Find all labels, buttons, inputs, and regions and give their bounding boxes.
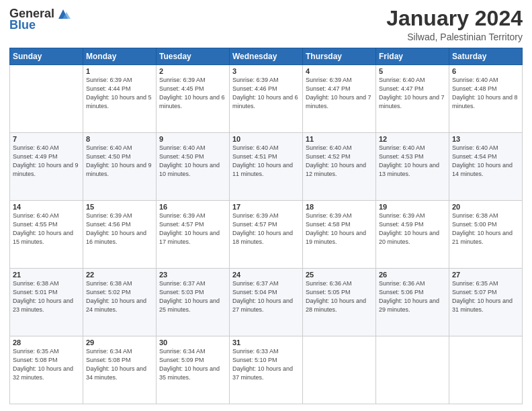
day-info: Sunrise: 6:39 AMSunset: 4:57 PMDaylight:… [232, 212, 300, 246]
day-number: 30 [159, 338, 226, 347]
logo: General Blue [9, 7, 71, 32]
calendar-cell: 12Sunrise: 6:40 AMSunset: 4:53 PMDayligh… [376, 133, 449, 201]
day-number: 4 [306, 67, 373, 75]
day-number: 24 [232, 271, 300, 279]
calendar-cell: 21Sunrise: 6:38 AMSunset: 5:01 PMDayligh… [10, 269, 83, 336]
calendar-cell: 8Sunrise: 6:40 AMSunset: 4:50 PMDaylight… [83, 133, 157, 201]
day-number: 16 [159, 203, 226, 211]
calendar-cell: 5Sunrise: 6:40 AMSunset: 4:47 PMDaylight… [376, 65, 449, 133]
day-info: Sunrise: 6:37 AMSunset: 5:03 PMDaylight:… [159, 279, 226, 314]
day-info: Sunrise: 6:39 AMSunset: 4:59 PMDaylight:… [379, 212, 446, 246]
weekday-header-friday: Friday [376, 48, 449, 65]
day-number: 10 [232, 135, 300, 143]
day-number: 17 [232, 203, 300, 211]
day-number: 12 [379, 135, 446, 143]
day-number: 21 [13, 271, 80, 279]
day-number: 8 [86, 135, 153, 143]
calendar-week-3: 14Sunrise: 6:40 AMSunset: 4:55 PMDayligh… [10, 201, 523, 269]
calendar-week-1: 1Sunrise: 6:39 AMSunset: 4:44 PMDaylight… [10, 65, 523, 133]
weekday-header-monday: Monday [83, 48, 157, 65]
day-number: 29 [86, 338, 153, 347]
day-number: 15 [86, 203, 153, 211]
day-info: Sunrise: 6:38 AMSunset: 5:01 PMDaylight:… [13, 279, 80, 314]
calendar-cell: 2Sunrise: 6:39 AMSunset: 4:45 PMDaylight… [157, 65, 230, 133]
calendar-table: SundayMondayTuesdayWednesdayThursdayFrid… [9, 48, 523, 404]
calendar-cell: 15Sunrise: 6:39 AMSunset: 4:56 PMDayligh… [83, 201, 157, 269]
calendar-cell: 1Sunrise: 6:39 AMSunset: 4:44 PMDaylight… [83, 65, 157, 133]
day-number: 2 [159, 67, 226, 75]
day-number: 25 [306, 271, 373, 279]
calendar-cell: 31Sunrise: 6:33 AMSunset: 5:10 PMDayligh… [230, 336, 303, 404]
day-info: Sunrise: 6:36 AMSunset: 5:05 PMDaylight:… [306, 279, 373, 314]
calendar-cell: 11Sunrise: 6:40 AMSunset: 4:52 PMDayligh… [303, 133, 376, 201]
calendar-cell: 7Sunrise: 6:40 AMSunset: 4:49 PMDaylight… [10, 133, 83, 201]
day-number: 27 [452, 271, 519, 279]
calendar-cell: 13Sunrise: 6:40 AMSunset: 4:54 PMDayligh… [449, 133, 523, 201]
weekday-header-saturday: Saturday [449, 48, 523, 65]
day-number: 22 [86, 271, 153, 279]
day-info: Sunrise: 6:40 AMSunset: 4:50 PMDaylight:… [159, 144, 226, 179]
day-number: 1 [86, 67, 153, 75]
weekday-header-wednesday: Wednesday [230, 48, 303, 65]
day-info: Sunrise: 6:33 AMSunset: 5:10 PMDaylight:… [232, 347, 300, 382]
day-info: Sunrise: 6:34 AMSunset: 5:09 PMDaylight:… [159, 347, 226, 382]
calendar-cell: 16Sunrise: 6:39 AMSunset: 4:57 PMDayligh… [157, 201, 230, 269]
calendar-cell: 19Sunrise: 6:39 AMSunset: 4:59 PMDayligh… [376, 201, 449, 269]
calendar-cell [303, 336, 376, 404]
calendar-cell: 17Sunrise: 6:39 AMSunset: 4:57 PMDayligh… [230, 201, 303, 269]
day-info: Sunrise: 6:35 AMSunset: 5:08 PMDaylight:… [13, 347, 80, 382]
weekday-header-thursday: Thursday [303, 48, 376, 65]
day-info: Sunrise: 6:39 AMSunset: 4:56 PMDaylight:… [86, 212, 153, 246]
calendar-cell: 30Sunrise: 6:34 AMSunset: 5:09 PMDayligh… [157, 336, 230, 404]
calendar-cell: 28Sunrise: 6:35 AMSunset: 5:08 PMDayligh… [10, 336, 83, 404]
calendar-week-4: 21Sunrise: 6:38 AMSunset: 5:01 PMDayligh… [10, 269, 523, 336]
calendar-cell: 6Sunrise: 6:40 AMSunset: 4:48 PMDaylight… [449, 65, 523, 133]
day-number: 6 [452, 67, 519, 75]
calendar-week-2: 7Sunrise: 6:40 AMSunset: 4:49 PMDaylight… [10, 133, 523, 201]
calendar-cell [376, 336, 449, 404]
calendar-cell: 14Sunrise: 6:40 AMSunset: 4:55 PMDayligh… [10, 201, 83, 269]
day-number: 31 [232, 338, 300, 347]
calendar-cell: 18Sunrise: 6:39 AMSunset: 4:58 PMDayligh… [303, 201, 376, 269]
calendar-cell: 29Sunrise: 6:34 AMSunset: 5:08 PMDayligh… [83, 336, 157, 404]
day-info: Sunrise: 6:39 AMSunset: 4:57 PMDaylight:… [159, 212, 226, 246]
day-number: 20 [452, 203, 519, 211]
day-info: Sunrise: 6:36 AMSunset: 5:06 PMDaylight:… [379, 279, 446, 314]
day-info: Sunrise: 6:39 AMSunset: 4:47 PMDaylight:… [306, 76, 373, 111]
calendar-cell: 10Sunrise: 6:40 AMSunset: 4:51 PMDayligh… [230, 133, 303, 201]
day-number: 3 [232, 67, 300, 75]
weekday-header-row: SundayMondayTuesdayWednesdayThursdayFrid… [10, 48, 523, 65]
day-info: Sunrise: 6:39 AMSunset: 4:45 PMDaylight:… [159, 76, 226, 111]
day-info: Sunrise: 6:35 AMSunset: 5:07 PMDaylight:… [452, 279, 519, 314]
day-info: Sunrise: 6:40 AMSunset: 4:55 PMDaylight:… [13, 212, 80, 246]
day-number: 23 [159, 271, 226, 279]
calendar-cell: 25Sunrise: 6:36 AMSunset: 5:05 PMDayligh… [303, 269, 376, 336]
day-number: 7 [13, 135, 80, 143]
day-number: 5 [379, 67, 446, 75]
day-number: 18 [306, 203, 373, 211]
calendar-cell: 27Sunrise: 6:35 AMSunset: 5:07 PMDayligh… [449, 269, 523, 336]
day-number: 28 [13, 338, 80, 347]
day-number: 9 [159, 135, 226, 143]
title-block: January 2024 Silwad, Palestinian Territo… [386, 7, 523, 42]
day-number: 11 [306, 135, 373, 143]
day-info: Sunrise: 6:38 AMSunset: 5:00 PMDaylight:… [452, 212, 519, 246]
calendar-cell: 20Sunrise: 6:38 AMSunset: 5:00 PMDayligh… [449, 201, 523, 269]
subtitle: Silwad, Palestinian Territory [386, 32, 523, 42]
day-number: 26 [379, 271, 446, 279]
weekday-header-tuesday: Tuesday [157, 48, 230, 65]
day-info: Sunrise: 6:40 AMSunset: 4:54 PMDaylight:… [452, 144, 519, 179]
day-info: Sunrise: 6:39 AMSunset: 4:46 PMDaylight:… [232, 76, 300, 111]
calendar-cell: 23Sunrise: 6:37 AMSunset: 5:03 PMDayligh… [157, 269, 230, 336]
day-info: Sunrise: 6:39 AMSunset: 4:58 PMDaylight:… [306, 212, 373, 246]
day-info: Sunrise: 6:40 AMSunset: 4:48 PMDaylight:… [452, 76, 519, 111]
calendar-cell [449, 336, 523, 404]
calendar-week-5: 28Sunrise: 6:35 AMSunset: 5:08 PMDayligh… [10, 336, 523, 404]
day-number: 14 [13, 203, 80, 211]
day-info: Sunrise: 6:37 AMSunset: 5:04 PMDaylight:… [232, 279, 300, 314]
day-info: Sunrise: 6:40 AMSunset: 4:52 PMDaylight:… [306, 144, 373, 179]
calendar-cell: 22Sunrise: 6:38 AMSunset: 5:02 PMDayligh… [83, 269, 157, 336]
day-info: Sunrise: 6:40 AMSunset: 4:49 PMDaylight:… [13, 144, 80, 179]
day-info: Sunrise: 6:40 AMSunset: 4:47 PMDaylight:… [379, 76, 446, 111]
day-info: Sunrise: 6:40 AMSunset: 4:51 PMDaylight:… [232, 144, 300, 179]
